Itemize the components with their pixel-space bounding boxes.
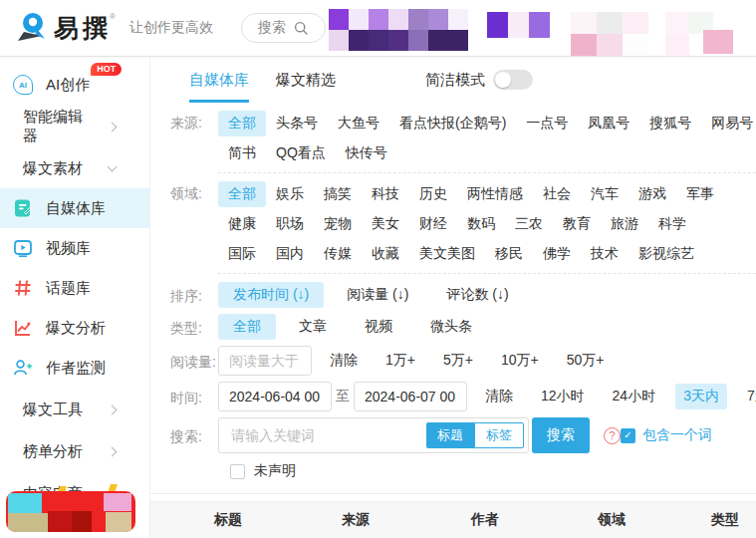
column-header-domain[interactable]: 领域 [598, 511, 626, 529]
tab-hot-articles[interactable]: 爆文精选 [276, 58, 336, 103]
domain-chip[interactable]: 影视综艺 [629, 241, 704, 267]
sidebar-item-label: 作者监测 [46, 359, 106, 378]
sidebar-item-ranking-analysis[interactable]: 榜单分析 [0, 431, 149, 471]
type-chip[interactable]: 视频 [350, 314, 407, 340]
keyword-input[interactable] [231, 427, 426, 443]
time-preset[interactable]: 12小时 [533, 384, 593, 409]
header: 易撰 ® 让创作更高效 搜索 [0, 0, 756, 57]
sidebar-item-ai-creation[interactable]: AI AI创作 HOT [0, 65, 149, 105]
column-header-type[interactable]: 类型 [711, 511, 739, 529]
sidebar-item-label: AI创作 [46, 76, 90, 93]
domain-chip[interactable]: 旅游 [601, 211, 648, 237]
source-chip[interactable]: 头条号 [266, 111, 328, 136]
sidebar-item-hot-tools[interactable]: 爆文工具 [0, 390, 149, 429]
tab-media-library[interactable]: 自媒体库 [189, 58, 249, 103]
search-by-tag-button[interactable]: 标签 [474, 422, 524, 448]
domain-chip[interactable]: 美女 [362, 211, 409, 237]
domain-chip[interactable]: 宠物 [314, 211, 362, 237]
sidebar-item-topic-library[interactable]: 话题库 [0, 268, 149, 308]
source-chip[interactable]: 全部 [218, 111, 266, 136]
search-by-title-button[interactable]: 标题 [426, 422, 474, 448]
filter-row-source: 来源: 全部头条号大鱼号看点快报(企鹅号)一点号凤凰号搜狐号网易号 简书QQ看点… [170, 111, 756, 166]
source-chip[interactable]: 快传号 [336, 140, 397, 166]
tab-bar: 自媒体库 爆文精选 简洁模式 [150, 57, 756, 103]
reads-preset[interactable]: 50万+ [559, 348, 613, 374]
domain-chip[interactable]: 娱乐 [266, 181, 314, 207]
source-chip[interactable]: 网易号 [701, 111, 756, 136]
source-chip[interactable]: 看点快报(企鹅号) [389, 111, 516, 136]
simple-mode-toggle[interactable] [493, 70, 533, 90]
sidebar-item-smart-editor[interactable]: 智能编辑器 [0, 107, 149, 146]
domain-chip[interactable]: 军事 [676, 181, 724, 207]
domain-chip[interactable]: 技术 [581, 241, 629, 267]
domain-chip[interactable]: 教育 [553, 211, 601, 237]
time-to-input[interactable] [354, 382, 467, 411]
domain-chip[interactable]: 汽车 [581, 181, 629, 207]
sidebar-item-media-library[interactable]: 自媒体库 [0, 188, 149, 228]
sidebar-item-label: 视频库 [46, 239, 91, 258]
filter-row-time: 时间: 至 清除12小时24小时3天内7天内 [170, 382, 756, 411]
type-chip[interactable]: 全部 [218, 314, 276, 340]
search-button[interactable]: 搜索 [532, 417, 590, 453]
type-chip[interactable]: 微头条 [415, 314, 487, 340]
source-chip[interactable]: 简书 [218, 140, 266, 166]
logo[interactable]: 易撰 ® [14, 10, 116, 46]
source-chip[interactable]: 一点号 [516, 111, 578, 136]
source-chip[interactable]: QQ看点 [266, 140, 336, 166]
domain-chip[interactable]: 搞笑 [314, 181, 362, 207]
reads-preset[interactable]: 清除 [322, 348, 366, 374]
domain-chip[interactable]: 国际 [218, 241, 266, 267]
reads-preset[interactable]: 1万+ [378, 348, 423, 374]
simple-mode-label: 简洁模式 [425, 71, 485, 90]
domain-chip[interactable]: 游戏 [629, 181, 676, 207]
sort-chip[interactable]: 阅读量 (↓) [332, 282, 423, 308]
type-chip[interactable]: 文章 [284, 314, 342, 340]
domain-chip[interactable]: 佛学 [533, 241, 581, 267]
domain-chip[interactable]: 移民 [485, 241, 533, 267]
undeclared-checkbox[interactable] [230, 464, 245, 479]
domain-chip[interactable]: 健康 [218, 211, 266, 237]
time-preset[interactable]: 7天内 [739, 384, 756, 409]
redaction-block [571, 12, 648, 56]
domain-chip[interactable]: 传媒 [314, 241, 362, 267]
domain-chip[interactable]: 国内 [266, 241, 314, 267]
time-preset[interactable]: 3天内 [675, 384, 727, 409]
help-icon[interactable]: ? [604, 427, 621, 444]
chevron-right-icon [108, 404, 118, 414]
sidebar-item-hot-material[interactable]: 爆文素材 [0, 148, 149, 188]
reads-preset[interactable]: 10万+ [493, 348, 547, 374]
reads-threshold-input[interactable] [218, 346, 312, 376]
time-from-input[interactable] [218, 382, 332, 411]
source-chip[interactable]: 凤凰号 [578, 111, 639, 136]
domain-chip[interactable]: 美文美图 [409, 241, 485, 267]
domain-chip[interactable]: 三农 [505, 211, 553, 237]
reads-preset[interactable]: 5万+ [435, 348, 481, 374]
domain-chip[interactable]: 科技 [362, 181, 409, 207]
domain-chip[interactable]: 财经 [409, 211, 457, 237]
domain-chip[interactable]: 科学 [648, 211, 696, 237]
domain-chip[interactable]: 数码 [457, 211, 505, 237]
sort-chip[interactable]: 发布时间 (↓) [218, 282, 324, 308]
domain-chip[interactable]: 两性情感 [457, 181, 533, 207]
domain-chip[interactable]: 全部 [218, 181, 266, 207]
source-chip[interactable]: 大鱼号 [328, 111, 389, 136]
filter-row-undeclared: 未声明 [230, 459, 756, 483]
header-search[interactable]: 搜索 [241, 13, 326, 43]
time-preset[interactable]: 清除 [477, 384, 521, 409]
sort-chip[interactable]: 评论数 (↓) [431, 282, 523, 308]
sidebar-item-author-monitor[interactable]: 作者监测 [0, 348, 149, 388]
column-header-source[interactable]: 来源 [342, 511, 370, 529]
domain-chip[interactable]: 收藏 [362, 241, 409, 267]
include-one-word-checkbox[interactable] [621, 428, 635, 443]
domain-chip[interactable]: 职场 [266, 211, 314, 237]
promo-sticker[interactable] [6, 486, 135, 532]
sidebar-item-hot-analysis[interactable]: 爆文分析 [0, 308, 149, 348]
column-header-author[interactable]: 作者 [471, 511, 499, 529]
domain-chip[interactable]: 社会 [533, 181, 581, 207]
column-header-title[interactable]: 标题 [214, 511, 242, 529]
domain-chip[interactable]: 历史 [409, 181, 457, 207]
time-preset[interactable]: 24小时 [605, 384, 664, 409]
keyword-search-box: 标题 标签 [218, 417, 529, 453]
source-chip[interactable]: 搜狐号 [639, 111, 701, 136]
sidebar-item-video-library[interactable]: 视频库 [0, 228, 149, 268]
